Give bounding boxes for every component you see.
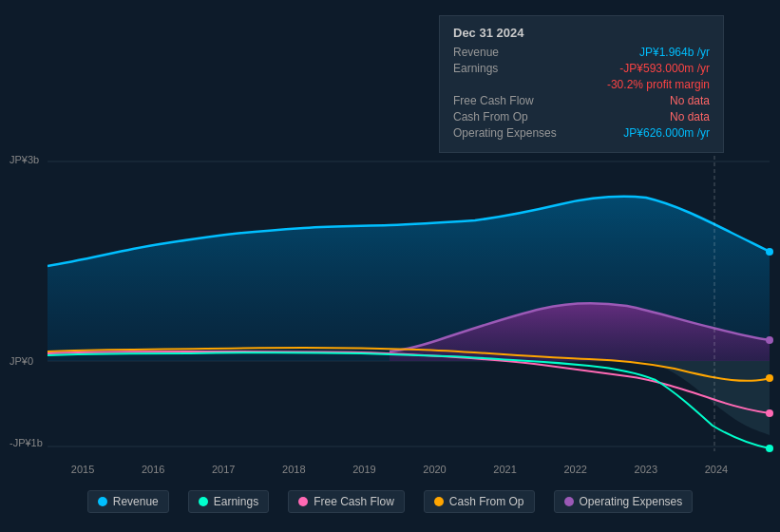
svg-point-5	[766, 248, 773, 256]
legend-item-fcf[interactable]: Free Cash Flow	[288, 490, 405, 513]
tooltip-value-fcf: No data	[670, 94, 710, 107]
x-label-2015: 2015	[71, 464, 94, 475]
legend-dot-revenue	[98, 497, 107, 506]
legend-dot-earnings	[199, 497, 208, 506]
tooltip-row-margin: -30.2% profit margin	[453, 78, 710, 91]
tooltip-value-revenue: JP¥1.964b /yr	[639, 46, 710, 59]
tooltip-label-fcf: Free Cash Flow	[453, 94, 534, 107]
x-label-2020: 2020	[423, 464, 446, 475]
x-label-2019: 2019	[352, 464, 375, 475]
legend-label-cashfromop: Cash From Op	[449, 495, 524, 508]
tooltip-value-cashfromop: No data	[670, 110, 710, 124]
tooltip-label-revenue: Revenue	[453, 46, 499, 59]
x-axis: 2015 2016 2017 2018 2019 2020 2021 2022 …	[0, 464, 780, 475]
legend-label-fcf: Free Cash Flow	[314, 495, 394, 508]
tooltip-card: Dec 31 2024 Revenue JP¥1.964b /yr Earnin…	[439, 15, 724, 153]
tooltip-row-earnings: Earnings -JP¥593.000m /yr	[453, 62, 710, 75]
x-label-2016: 2016	[142, 464, 164, 475]
legend-dot-cashfromop	[434, 497, 444, 506]
x-label-2022: 2022	[563, 464, 586, 475]
legend-item-cashfromop[interactable]: Cash From Op	[424, 490, 535, 513]
legend-item-earnings[interactable]: Earnings	[188, 490, 269, 513]
svg-point-8	[766, 409, 773, 417]
tooltip-row-cashfromop: Cash From Op No data	[453, 110, 710, 124]
legend-label-revenue: Revenue	[113, 495, 159, 508]
tooltip-row-fcf: Free Cash Flow No data	[453, 94, 710, 107]
tooltip-label-opex: Operating Expenses	[453, 126, 557, 140]
svg-point-6	[766, 336, 773, 344]
svg-point-7	[766, 374, 773, 382]
x-label-2021: 2021	[493, 464, 516, 475]
y-label-mid: JP¥0	[10, 355, 33, 367]
svg-point-9	[766, 445, 773, 452]
x-label-2017: 2017	[212, 464, 235, 475]
tooltip-label-cashfromop: Cash From Op	[453, 110, 528, 124]
tooltip-row-opex: Operating Expenses JP¥626.000m /yr	[453, 126, 710, 140]
x-label-2018: 2018	[282, 464, 305, 475]
legend-dot-opex	[564, 497, 574, 506]
tooltip-label-earnings: Earnings	[453, 62, 498, 75]
legend-item-opex[interactable]: Operating Expenses	[554, 490, 694, 513]
legend-dot-fcf	[298, 497, 308, 506]
tooltip-value-earnings: -JP¥593.000m /yr	[619, 62, 710, 75]
tooltip-value-opex: JP¥626.000m /yr	[623, 126, 710, 140]
legend-item-revenue[interactable]: Revenue	[87, 490, 169, 513]
tooltip-date: Dec 31 2024	[453, 26, 710, 40]
x-label-2024: 2024	[705, 464, 728, 475]
x-label-2023: 2023	[635, 464, 657, 475]
tooltip-value-margin: -30.2% profit margin	[607, 78, 710, 91]
chart-container: JP¥3b JP¥0 -JP¥1b 2015 2016 2017 2018 20…	[0, 0, 780, 532]
y-label-bot: -JP¥1b	[10, 437, 43, 448]
tooltip-row-revenue: Revenue JP¥1.964b /yr	[453, 46, 710, 59]
legend-label-opex: Operating Expenses	[580, 495, 683, 508]
legend-label-earnings: Earnings	[214, 495, 258, 508]
y-label-top: JP¥3b	[10, 154, 39, 165]
legend: Revenue Earnings Free Cash Flow Cash Fro…	[0, 490, 780, 513]
